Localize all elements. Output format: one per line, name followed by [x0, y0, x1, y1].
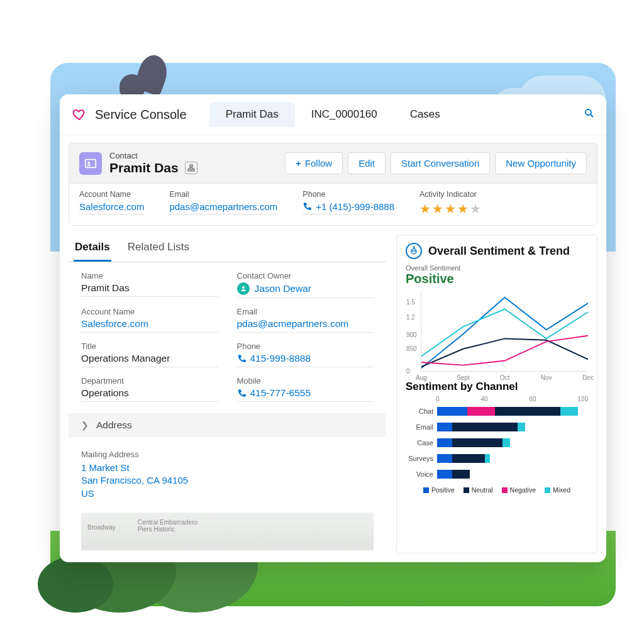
record-name: Pramit Das	[109, 160, 197, 175]
phone-label: Phone	[303, 190, 394, 199]
phone-icon	[237, 354, 247, 364]
bar-row: Email	[406, 420, 588, 434]
search-icon[interactable]	[584, 108, 595, 121]
account-label: Account Name	[79, 190, 144, 199]
start-conversation-button[interactable]: Start Conversation	[391, 152, 490, 174]
activity-label: Activity Indicator	[419, 190, 481, 199]
phone-label-2: Phone	[237, 341, 374, 351]
record-type: Contact	[109, 151, 197, 160]
details-panel: Details Related Lists NamePramit Das Con…	[69, 235, 386, 553]
svg-rect-6	[192, 169, 194, 171]
sentiment-bar-chart: ChatEmailCaseSurveysVoice	[406, 404, 588, 481]
mailing-address[interactable]: 1 Market St San Francisco, CA 94105 US	[81, 462, 374, 500]
tab-pramit-das[interactable]: Pramit Das	[209, 102, 295, 127]
title-value: Operations Manager	[81, 353, 218, 367]
sentiment-panel: Overall Sentiment & Trend Overall Sentim…	[396, 235, 597, 553]
chart-legend: Positive Neutral Negative Mixed	[406, 486, 588, 494]
email-label-2: Email	[237, 307, 374, 316]
app-window: Service Console Pramit Das INC_0000160 C…	[60, 94, 606, 562]
record-highlights: Contact Pramit Das +Follow Edit Start Co…	[69, 143, 597, 226]
account-link[interactable]: Salesforce.com	[79, 201, 144, 214]
department-value: Operations	[81, 387, 218, 402]
phone-icon	[237, 389, 247, 398]
phone-link[interactable]: +1 (415)-999-8888	[303, 201, 394, 214]
email-label: Email	[169, 190, 277, 199]
svg-rect-5	[188, 169, 191, 171]
bar-row: Chat	[406, 404, 588, 418]
svg-point-10	[414, 250, 415, 251]
edit-button[interactable]: Edit	[348, 152, 386, 174]
contact-icon	[79, 152, 102, 175]
email-link[interactable]: pdas@acmepartners.com	[169, 201, 277, 214]
activity-stars: ★★★★★	[419, 201, 481, 216]
address-section-toggle[interactable]: ❯ Address	[69, 413, 386, 437]
follow-button[interactable]: +Follow	[285, 152, 343, 174]
squirrel-illustration	[107, 49, 164, 99]
phone-link-2[interactable]: 415-999-8888	[237, 353, 374, 367]
department-label: Department	[81, 376, 218, 386]
svg-point-0	[586, 109, 591, 115]
name-label: Name	[81, 271, 218, 280]
mailing-label: Mailing Address	[81, 450, 374, 459]
account-link-2[interactable]: Salesforce.com	[81, 318, 218, 333]
tab-cases[interactable]: Cases	[394, 102, 457, 127]
owner-link[interactable]: Jason Dewar	[237, 282, 374, 298]
name-value: Pramit Das	[81, 282, 218, 297]
chevron-right-icon: ❯	[81, 420, 89, 430]
tab-incident[interactable]: INC_0000160	[295, 102, 394, 127]
app-title: Service Console	[95, 108, 187, 122]
sentiment-line-chart: 1.51.29008500AugSeptOctNovDec	[421, 290, 588, 372]
new-opportunity-button[interactable]: New Opportunity	[495, 152, 587, 174]
bar-chart-title: Sentiment by Channel	[406, 380, 588, 393]
sentiment-title: Overall Sentiment & Trend	[428, 245, 570, 258]
hierarchy-icon[interactable]	[185, 162, 197, 174]
tab-related-lists[interactable]: Related Lists	[126, 235, 191, 262]
bar-row: Surveys	[406, 452, 588, 465]
user-avatar-icon	[237, 282, 250, 295]
einstein-icon	[406, 243, 422, 259]
mobile-label: Mobile	[237, 376, 374, 386]
heart-icon	[71, 107, 87, 122]
svg-rect-4	[190, 165, 192, 167]
svg-line-1	[591, 114, 593, 117]
plus-icon: +	[296, 158, 301, 169]
svg-point-3	[87, 162, 90, 164]
bar-chart-axis: 04080120	[406, 396, 588, 402]
owner-label: Contact Owner	[237, 271, 374, 280]
account-label-2: Account Name	[81, 307, 218, 316]
tab-details[interactable]: Details	[74, 235, 111, 262]
record-name-text: Pramit Das	[109, 160, 179, 175]
bar-row: Case	[406, 436, 588, 450]
top-bar: Service Console Pramit Das INC_0000160 C…	[60, 94, 606, 135]
mobile-link[interactable]: 415-777-6555	[237, 387, 374, 402]
svg-point-12	[413, 247, 414, 248]
map-preview[interactable]: Broadway Central Embarcadero Piers Histo…	[81, 513, 374, 550]
record-actions: +Follow Edit Start Conversation New Oppo…	[285, 152, 587, 174]
svg-point-7	[242, 286, 245, 289]
phone-icon	[303, 202, 312, 211]
svg-rect-2	[86, 159, 96, 167]
workspace-tabs: Pramit Das INC_0000160 Cases	[209, 102, 580, 127]
overall-sentiment-label: Overall Sentiment	[406, 264, 588, 272]
title-label: Title	[81, 341, 218, 351]
bar-row: Voice	[406, 467, 588, 481]
svg-point-9	[413, 250, 413, 251]
email-link-2[interactable]: pdas@acmepartners.com	[237, 318, 374, 333]
overall-sentiment-value: Positive	[406, 272, 588, 286]
